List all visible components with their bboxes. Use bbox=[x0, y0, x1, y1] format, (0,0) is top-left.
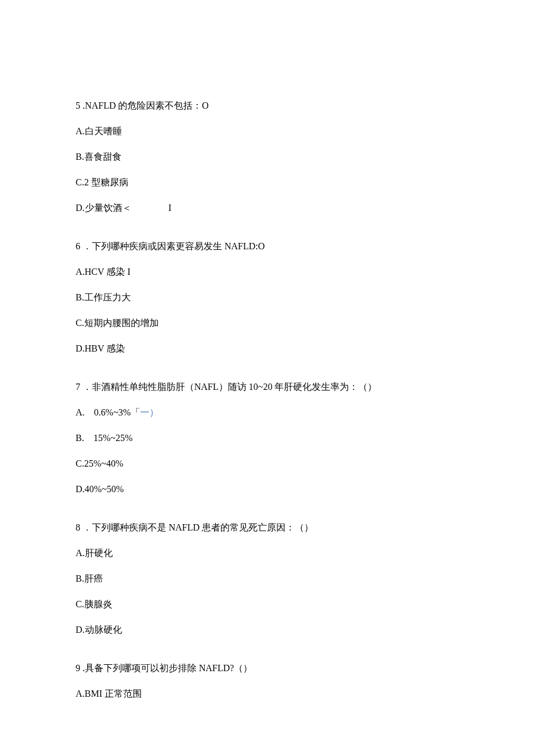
question-text: .具备下列哪项可以初步排除 NAFLD?（） bbox=[83, 663, 252, 673]
question-number: 7 bbox=[76, 382, 80, 392]
option-a: A.BMI 正常范围 bbox=[76, 687, 459, 701]
option-label: A. 0.6%~3%「一） bbox=[76, 407, 159, 417]
option-c: C.胰腺炎 bbox=[76, 597, 459, 611]
option-label: A.HCV 感染 I bbox=[76, 267, 130, 277]
question-stem: 9 .具备下列哪项可以初步排除 NAFLD?（） bbox=[76, 661, 459, 675]
option-label: C.2 型糖尿病 bbox=[76, 177, 129, 187]
option-b: B.喜食甜食 bbox=[76, 150, 459, 164]
option-c: C.2 型糖尿病 bbox=[76, 175, 459, 189]
question-stem: 5 .NAFLD 的危险因素不包括：O bbox=[76, 99, 459, 113]
option-label: D.少量饮酒＜ bbox=[76, 203, 131, 213]
question-text: ．非酒精性单纯性脂肪肝（NAFL）随访 10~20 年肝硬化发生率为：（） bbox=[83, 382, 377, 392]
option-label: B.喜食甜食 bbox=[76, 152, 122, 162]
page-content: 5 .NAFLD 的危险因素不包括：O A.白天嗜睡 B.喜食甜食 C.2 型糖… bbox=[0, 0, 535, 756]
option-label: B.肝癌 bbox=[76, 574, 103, 583]
option-label: B. 15%~25% bbox=[76, 433, 133, 443]
option-label: A.白天嗜睡 bbox=[76, 126, 122, 136]
option-a: A.白天嗜睡 bbox=[76, 124, 459, 138]
question-block: 6 ．下列哪种疾病或因素更容易发生 NAFLD:O A.HCV 感染 I B.工… bbox=[76, 239, 459, 356]
question-text: ．下列哪种疾病或因素更容易发生 NAFLD:O bbox=[83, 241, 265, 251]
option-label: C.短期内腰围的增加 bbox=[76, 318, 159, 328]
option-label: C.胰腺炎 bbox=[76, 599, 112, 609]
option-b: B.肝癌 bbox=[76, 572, 459, 586]
question-number: 9 bbox=[76, 663, 80, 673]
option-d: D.40%~50% bbox=[76, 482, 459, 496]
option-b: B. 15%~25% bbox=[76, 431, 459, 445]
option-annotation: I bbox=[169, 201, 172, 215]
option-label: A.BMI 正常范围 bbox=[76, 689, 142, 698]
option-label: A.肝硬化 bbox=[76, 548, 113, 558]
question-text: ．下列哪种疾病不是 NAFLD 患者的常见死亡原因：（） bbox=[83, 522, 313, 532]
option-c: C.25%~40% bbox=[76, 457, 459, 471]
option-label: D.40%~50% bbox=[76, 484, 124, 494]
option-label: D.动脉硬化 bbox=[76, 625, 122, 635]
question-number: 8 bbox=[76, 522, 80, 532]
option-label: B.工作压力大 bbox=[76, 292, 131, 302]
option-c: C.短期内腰围的增加 bbox=[76, 316, 459, 330]
option-blue-text: 一） bbox=[140, 407, 159, 417]
option-label: C.25%~40% bbox=[76, 458, 123, 468]
option-b: B.工作压力大 bbox=[76, 291, 459, 304]
question-block: 7 ．非酒精性单纯性脂肪肝（NAFL）随访 10~20 年肝硬化发生率为：（） … bbox=[76, 380, 459, 496]
question-stem: 7 ．非酒精性单纯性脂肪肝（NAFL）随访 10~20 年肝硬化发生率为：（） bbox=[76, 380, 459, 394]
question-stem: 6 ．下列哪种疾病或因素更容易发生 NAFLD:O bbox=[76, 239, 459, 253]
question-number: 5 bbox=[76, 101, 80, 110]
option-a: A.肝硬化 bbox=[76, 546, 459, 560]
question-block: 8 ．下列哪种疾病不是 NAFLD 患者的常见死亡原因：（） A.肝硬化 B.肝… bbox=[76, 521, 459, 637]
option-d: D.HBV 感染 bbox=[76, 342, 459, 356]
option-d: D.动脉硬化 bbox=[76, 623, 459, 637]
question-block: 5 .NAFLD 的危险因素不包括：O A.白天嗜睡 B.喜食甜食 C.2 型糖… bbox=[76, 99, 459, 215]
option-label: D.HBV 感染 bbox=[76, 343, 125, 353]
question-stem: 8 ．下列哪种疾病不是 NAFLD 患者的常见死亡原因：（） bbox=[76, 521, 459, 535]
option-a: A.HCV 感染 I bbox=[76, 265, 459, 279]
question-block: 9 .具备下列哪项可以初步排除 NAFLD?（） A.BMI 正常范围 bbox=[76, 661, 459, 701]
option-d: D.少量饮酒＜ I bbox=[76, 201, 459, 215]
question-number: 6 bbox=[76, 241, 80, 251]
question-text: .NAFLD 的危险因素不包括：O bbox=[83, 101, 209, 110]
option-a: A. 0.6%~3%「一） bbox=[76, 406, 459, 420]
